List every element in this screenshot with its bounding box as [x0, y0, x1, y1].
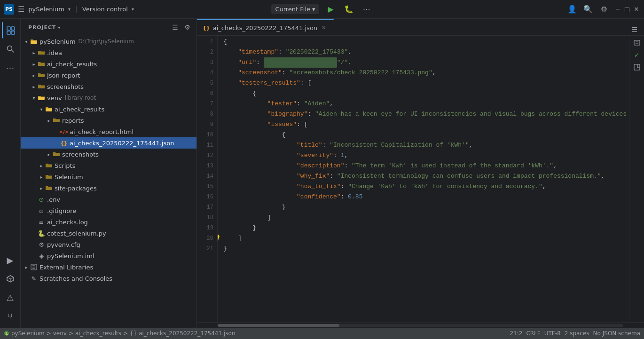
tree-item-ai-checks-log[interactable]: ▸ ai_checks.log	[21, 216, 196, 228]
svg-rect-3	[11, 31, 15, 34]
tree-item-reports[interactable]: reports	[21, 115, 196, 126]
pyselenium-iml-label: pySelenium.iml	[47, 252, 94, 260]
reader-mode-icon[interactable]	[632, 38, 642, 48]
profile-icon[interactable]: 👤	[566, 3, 578, 16]
code-line-6: {	[223, 88, 629, 99]
status-bar: 🐍 pySelenium > venv > ai_check_results >…	[0, 328, 644, 339]
tree-item-screenshots-venv[interactable]: screenshots	[21, 149, 196, 160]
tree-item-selenium[interactable]: Selenium	[21, 171, 196, 182]
code-editor[interactable]: 12345 678910 1112131415 1617181920 21 { …	[197, 36, 629, 322]
sticky-notes-icon[interactable]	[632, 62, 642, 72]
scripts-label: Scripts	[55, 162, 75, 169]
status-indent[interactable]: 2 spaces	[565, 330, 589, 337]
status-ai-check-results[interactable]: ai_check_results	[75, 330, 121, 337]
json-file-icon	[60, 139, 68, 147]
tab-close-button[interactable]: ✕	[320, 24, 328, 32]
activity-search-icon[interactable]	[2, 40, 19, 57]
tree-item-ai-checks-json[interactable]: ▸ ai_checks_20250222_175441.json	[21, 137, 196, 149]
sidebar-collapse-icon[interactable]: ☰	[170, 22, 181, 32]
code-line-14: "why_fix": "Inconsistent terminology can…	[223, 171, 629, 181]
code-content[interactable]: { "timestamp": "20250222_175433", "url":…	[218, 36, 629, 322]
activity-git-icon[interactable]: ⑂	[2, 308, 19, 325]
svg-rect-0	[7, 27, 10, 30]
ai-check-report-html-label: ai_check_report.html	[70, 128, 134, 135]
status-schema-value: No JSON schema	[593, 330, 640, 337]
tree-arrow-pyselenium	[23, 38, 30, 45]
file-tree: pySelenium D:\Trigr\pySelenium .idea ai_	[21, 36, 196, 328]
scratches-icon	[30, 275, 38, 282]
pyvenv-cfg-label: pyvenv.cfg	[47, 241, 80, 248]
run-button[interactable]: ▶	[325, 3, 337, 16]
sidebar-dropdown-icon[interactable]: ▾	[58, 25, 61, 30]
activity-project-icon[interactable]	[2, 22, 19, 39]
editor-tab-json[interactable]: {} ai_checks_20250222_175441.json ✕	[197, 19, 334, 35]
more-actions-button[interactable]: ⋯	[361, 3, 373, 16]
status-sep2: >	[69, 330, 73, 337]
tree-item-idea[interactable]: .idea	[21, 47, 196, 58]
debug-button[interactable]: 🐛	[343, 3, 355, 16]
project-name[interactable]: pySelenium	[28, 6, 64, 13]
tree-item-site-packages[interactable]: site-packages	[21, 182, 196, 194]
status-filename[interactable]: {} ai_checks_20250222_175441.json	[130, 330, 235, 337]
version-control-arrow-icon[interactable]: ▾	[132, 7, 134, 12]
status-encoding[interactable]: UTF-8	[544, 330, 561, 337]
tree-arrow-reports	[45, 117, 53, 124]
venv-badge: library root	[65, 95, 96, 101]
tree-arrow-ai-check-venv	[38, 105, 45, 113]
svg-line-8	[7, 277, 10, 279]
tree-item-ai-check-top[interactable]: ai_check_results	[21, 58, 196, 70]
activity-run-icon[interactable]: ▶	[2, 252, 19, 268]
tree-item-scratches[interactable]: ▸ Scratches and Consoles	[21, 273, 196, 284]
tree-item-pyvenv-cfg[interactable]: ▸ pyvenv.cfg	[21, 239, 196, 250]
dotenv-file-icon	[38, 196, 45, 203]
settings-icon[interactable]: ⚙	[598, 3, 610, 16]
lightbulb-icon[interactable]: 💡	[218, 233, 221, 244]
activity-packages-icon[interactable]	[2, 270, 19, 287]
status-position-value: 21:2	[510, 330, 522, 337]
project-dropdown-icon[interactable]: ▾	[68, 7, 71, 12]
tree-item-pyselenium-root[interactable]: pySelenium D:\Trigr\pySelenium	[21, 36, 196, 47]
code-line-17: }	[223, 202, 629, 213]
tree-item-scripts[interactable]: Scripts	[21, 160, 196, 171]
tree-arrow-ai-check-top	[30, 60, 38, 68]
tree-arrow-selenium	[38, 173, 45, 181]
status-line-endings[interactable]: CRLF	[526, 330, 540, 337]
folder-icon-selenium	[45, 173, 53, 181]
status-project[interactable]: pySelenium	[11, 330, 45, 337]
tab-action-menu-icon[interactable]: ☰	[629, 24, 640, 35]
tree-item-external-libs[interactable]: External Libraries	[21, 261, 196, 273]
status-position[interactable]: 21:2	[510, 330, 522, 337]
hamburger-icon[interactable]: ☰	[18, 5, 24, 14]
python-status-icon: 🐍	[4, 331, 9, 336]
maximize-button[interactable]: □	[623, 6, 631, 13]
activity-more-icon[interactable]: ⋯	[2, 59, 19, 76]
minimize-button[interactable]: ─	[614, 6, 621, 13]
close-button[interactable]: ✕	[633, 6, 640, 13]
editor-horizontal-scrollbar[interactable]	[197, 322, 644, 328]
code-line-3: "url": "/",	[223, 57, 629, 68]
status-schema[interactable]: No JSON schema	[593, 330, 640, 337]
activity-problems-icon[interactable]: ⚠	[2, 289, 19, 306]
svg-line-7	[10, 277, 14, 279]
tree-item-venv[interactable]: venv library root	[21, 92, 196, 103]
tree-item-dotenv[interactable]: ▸ .env	[21, 194, 196, 205]
tree-item-ai-check-report-html[interactable]: ▸ </> ai_check_report.html	[21, 126, 196, 137]
venv-label: venv	[47, 95, 62, 102]
gitignore-file-icon	[38, 207, 45, 214]
status-venv[interactable]: venv	[53, 330, 67, 337]
sidebar-gear-icon[interactable]: ⚙	[182, 22, 193, 32]
code-line-21: }	[223, 244, 629, 254]
tree-item-pyselenium-iml[interactable]: ▸ pySelenium.iml	[21, 250, 196, 261]
tree-item-ai-check-venv[interactable]: ai_check_results	[21, 103, 196, 115]
tree-item-cotest-selenium[interactable]: ▸ cotest_selenium.py	[21, 228, 196, 239]
search-icon[interactable]: 🔍	[582, 3, 594, 16]
current-file-selector[interactable]: Current File ▾	[271, 4, 319, 14]
folder-icon-screenshots-top	[38, 83, 45, 90]
version-control-btn[interactable]: Version control	[82, 6, 128, 13]
code-line-9: "issues": [	[223, 119, 629, 130]
screenshots-top-label: screenshots	[47, 83, 84, 90]
code-line-5: "testers_results": [	[223, 78, 629, 88]
tree-item-json-report[interactable]: Json report	[21, 70, 196, 81]
tree-item-screenshots-top[interactable]: screenshots	[21, 81, 196, 92]
tree-item-gitignore[interactable]: ▸ .gitignore	[21, 205, 196, 216]
